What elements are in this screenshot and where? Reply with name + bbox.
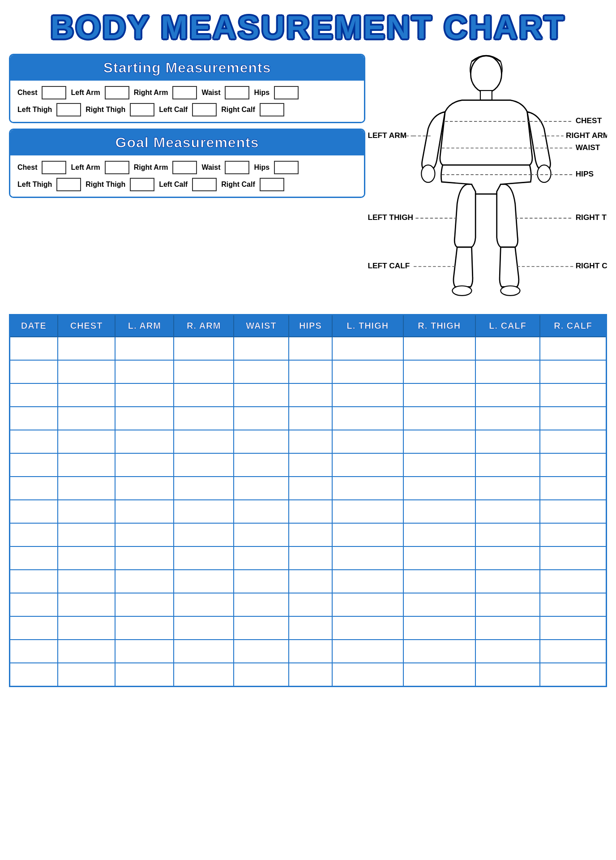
table-cell[interactable] [58,453,116,477]
table-cell[interactable] [10,593,58,616]
table-cell[interactable] [115,523,174,546]
table-cell[interactable] [540,546,606,570]
table-cell[interactable] [403,500,475,523]
table-cell[interactable] [540,663,606,686]
table-cell[interactable] [540,360,606,383]
table-cell[interactable] [289,500,332,523]
table-cell[interactable] [174,663,234,686]
table-cell[interactable] [540,640,606,663]
table-cell[interactable] [540,593,606,616]
s-chest-box[interactable] [42,86,66,99]
table-cell[interactable] [115,453,174,477]
table-cell[interactable] [540,616,606,640]
table-cell[interactable] [403,640,475,663]
table-cell[interactable] [234,593,289,616]
table-cell[interactable] [332,337,403,360]
table-cell[interactable] [10,337,58,360]
table-cell[interactable] [403,593,475,616]
table-cell[interactable] [332,663,403,686]
table-cell[interactable] [174,360,234,383]
table-cell[interactable] [289,360,332,383]
s-left-thigh-box[interactable] [56,103,81,116]
table-cell[interactable] [475,593,540,616]
table-cell[interactable] [332,616,403,640]
table-cell[interactable] [475,430,540,453]
table-cell[interactable] [475,663,540,686]
table-cell[interactable] [234,640,289,663]
table-cell[interactable] [115,546,174,570]
g-left-calf-box[interactable] [192,178,217,191]
table-cell[interactable] [58,593,116,616]
s-right-calf-box[interactable] [260,103,284,116]
table-cell[interactable] [58,430,116,453]
table-cell[interactable] [115,616,174,640]
table-cell[interactable] [332,593,403,616]
table-cell[interactable] [540,337,606,360]
table-cell[interactable] [174,616,234,640]
table-cell[interactable] [540,570,606,593]
table-cell[interactable] [10,546,58,570]
table-cell[interactable] [540,383,606,407]
table-cell[interactable] [403,570,475,593]
table-cell[interactable] [289,407,332,430]
table-cell[interactable] [332,640,403,663]
g-waist-box[interactable] [225,161,249,174]
table-cell[interactable] [234,663,289,686]
table-cell[interactable] [475,500,540,523]
table-cell[interactable] [115,407,174,430]
table-cell[interactable] [58,570,116,593]
table-cell[interactable] [234,616,289,640]
table-cell[interactable] [403,477,475,500]
table-cell[interactable] [475,407,540,430]
table-cell[interactable] [58,546,116,570]
table-cell[interactable] [174,500,234,523]
table-cell[interactable] [403,430,475,453]
table-cell[interactable] [234,546,289,570]
g-right-calf-box[interactable] [260,178,284,191]
g-left-thigh-box[interactable] [56,178,81,191]
table-cell[interactable] [174,570,234,593]
s-left-arm-box[interactable] [105,86,129,99]
table-cell[interactable] [289,640,332,663]
table-cell[interactable] [115,640,174,663]
table-cell[interactable] [10,616,58,640]
table-cell[interactable] [10,360,58,383]
table-cell[interactable] [174,640,234,663]
g-chest-box[interactable] [42,161,66,174]
table-cell[interactable] [475,337,540,360]
table-cell[interactable] [540,477,606,500]
table-cell[interactable] [58,383,116,407]
table-cell[interactable] [475,640,540,663]
table-cell[interactable] [115,500,174,523]
table-cell[interactable] [10,477,58,500]
table-cell[interactable] [475,453,540,477]
s-hips-box[interactable] [274,86,299,99]
table-cell[interactable] [540,523,606,546]
table-cell[interactable] [403,337,475,360]
table-cell[interactable] [58,337,116,360]
table-cell[interactable] [58,616,116,640]
table-cell[interactable] [58,640,116,663]
table-cell[interactable] [475,546,540,570]
table-cell[interactable] [234,523,289,546]
table-cell[interactable] [10,407,58,430]
table-cell[interactable] [58,360,116,383]
table-cell[interactable] [10,383,58,407]
table-cell[interactable] [289,663,332,686]
table-cell[interactable] [115,593,174,616]
table-cell[interactable] [234,477,289,500]
table-cell[interactable] [403,546,475,570]
table-cell[interactable] [332,523,403,546]
table-cell[interactable] [58,523,116,546]
table-cell[interactable] [10,430,58,453]
table-cell[interactable] [115,430,174,453]
table-cell[interactable] [115,360,174,383]
table-cell[interactable] [234,337,289,360]
table-cell[interactable] [332,430,403,453]
table-cell[interactable] [332,570,403,593]
table-cell[interactable] [332,383,403,407]
g-right-arm-box[interactable] [172,161,197,174]
table-cell[interactable] [475,477,540,500]
table-cell[interactable] [174,337,234,360]
table-cell[interactable] [289,593,332,616]
